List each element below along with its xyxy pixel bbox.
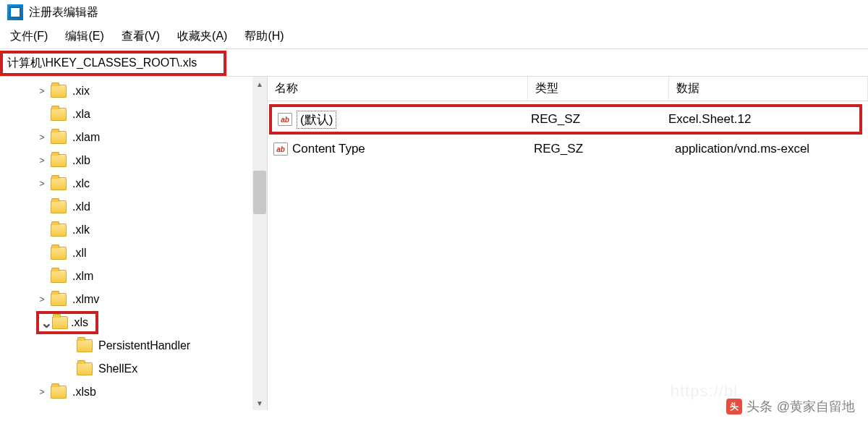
tree-label: ShellEx <box>98 362 137 375</box>
tree-item[interactable]: .xlm <box>0 265 267 288</box>
folder-icon <box>51 177 67 190</box>
folder-icon <box>51 386 67 399</box>
tree-item[interactable]: .xlk <box>0 218 267 242</box>
folder-icon <box>51 293 67 306</box>
tree-label: .xlam <box>72 131 100 144</box>
list-panel: 名称 类型 数据 (默认)REG_SZExcel.Sheet.12Content… <box>268 77 868 410</box>
tree-label: .xlsb <box>72 386 96 399</box>
folder-icon <box>51 247 67 260</box>
folder-icon <box>52 316 68 329</box>
cell-name: Content Type <box>268 140 528 158</box>
watermark-label: 头条 <box>746 398 773 415</box>
folder-icon <box>51 154 67 167</box>
tree-item[interactable]: PersistentHandler <box>0 334 267 357</box>
value-name: Content Type <box>292 142 365 156</box>
header-type[interactable]: 类型 <box>528 77 669 101</box>
tree-label: .xlmv <box>72 293 99 306</box>
watermark: 头 头条 @黄家自留地 <box>726 398 855 415</box>
watermark-icon: 头 <box>726 399 742 414</box>
chevron-right-icon[interactable]: > <box>36 132 48 143</box>
chevron-right-icon[interactable]: > <box>36 156 48 166</box>
scrollbar-thumb[interactable] <box>253 171 266 214</box>
cell-name: (默认) <box>272 109 525 130</box>
chevron-right-icon[interactable]: > <box>36 387 48 397</box>
list-row[interactable]: Content TypeREG_SZapplication/vnd.ms-exc… <box>268 136 868 162</box>
menu-view[interactable]: 查看(V) <box>122 29 160 44</box>
cell-type: REG_SZ <box>525 111 663 128</box>
tree-label: .xlk <box>72 224 90 237</box>
tree-item[interactable]: .xla <box>0 103 267 126</box>
address-bar[interactable]: 计算机\HKEY_CLASSES_ROOT\.xls <box>0 51 226 76</box>
menubar: 文件(F) 编辑(E) 查看(V) 收藏夹(A) 帮助(H) <box>0 25 868 49</box>
tree-item[interactable]: >.xlb <box>0 149 267 172</box>
header-data[interactable]: 数据 <box>669 77 868 101</box>
list-header: 名称 类型 数据 <box>268 77 868 101</box>
tree-label: .xla <box>72 108 90 121</box>
chevron-right-icon[interactable]: > <box>36 294 48 305</box>
tree-label: PersistentHandler <box>98 339 190 352</box>
folder-icon <box>51 200 67 213</box>
window-title: 注册表编辑器 <box>29 5 98 20</box>
menu-edit[interactable]: 编辑(E) <box>65 29 103 44</box>
app-icon <box>7 4 23 20</box>
chevron-right-icon[interactable]: > <box>36 179 48 189</box>
tree-label: .xld <box>72 200 90 213</box>
tree-scrollbar[interactable]: ▲ ▼ <box>252 77 267 410</box>
tree-label: .xll <box>72 247 87 260</box>
menu-file[interactable]: 文件(F) <box>10 29 48 44</box>
tree-item[interactable]: >.xlsb <box>0 380 267 404</box>
tree-item[interactable]: ShellEx <box>0 357 267 380</box>
tree-label: .xix <box>72 85 90 98</box>
header-name[interactable]: 名称 <box>268 77 528 101</box>
cell-data: application/vnd.ms-excel <box>669 140 868 158</box>
folder-icon <box>51 108 67 121</box>
cell-data: Excel.Sheet.12 <box>663 111 859 128</box>
chevron-down-icon[interactable]: ⌄ <box>41 314 52 331</box>
scroll-down-icon[interactable]: ▼ <box>253 396 266 409</box>
value-name: (默认) <box>297 111 336 129</box>
folder-icon <box>51 131 67 144</box>
watermark-handle: @黄家自留地 <box>777 398 855 415</box>
folder-icon <box>51 270 67 283</box>
folder-icon <box>51 224 67 237</box>
tree-item[interactable]: .xld <box>0 195 267 218</box>
list-row[interactable]: (默认)REG_SZExcel.Sheet.12 <box>269 104 862 135</box>
scroll-up-icon[interactable]: ▲ <box>253 77 266 90</box>
tree-label: .xlc <box>72 177 90 190</box>
tree-item[interactable]: >.xix <box>0 80 267 103</box>
tree-label: .xlb <box>72 154 90 167</box>
reg-string-icon <box>278 113 292 126</box>
tree-item[interactable]: ⌄.xls <box>0 311 267 334</box>
tree-label: .xlm <box>72 270 93 283</box>
tree-item[interactable]: >.xlam <box>0 126 267 149</box>
tree-panel: >.xix.xla>.xlam>.xlb>.xlc.xld.xlk.xll.xl… <box>0 77 268 410</box>
menu-favorites[interactable]: 收藏夹(A) <box>177 29 227 44</box>
cell-type: REG_SZ <box>528 140 669 158</box>
tree-item[interactable]: .xll <box>0 242 267 265</box>
reg-string-icon <box>273 143 288 156</box>
folder-icon <box>51 85 67 98</box>
menu-help[interactable]: 帮助(H) <box>244 29 284 44</box>
folder-icon <box>77 339 93 352</box>
chevron-right-icon[interactable]: > <box>36 86 48 96</box>
folder-icon <box>77 362 93 375</box>
tree-item[interactable]: >.xlc <box>0 172 267 195</box>
tree-item[interactable]: >.xlmv <box>0 288 267 311</box>
tree-label: .xls <box>71 316 88 329</box>
